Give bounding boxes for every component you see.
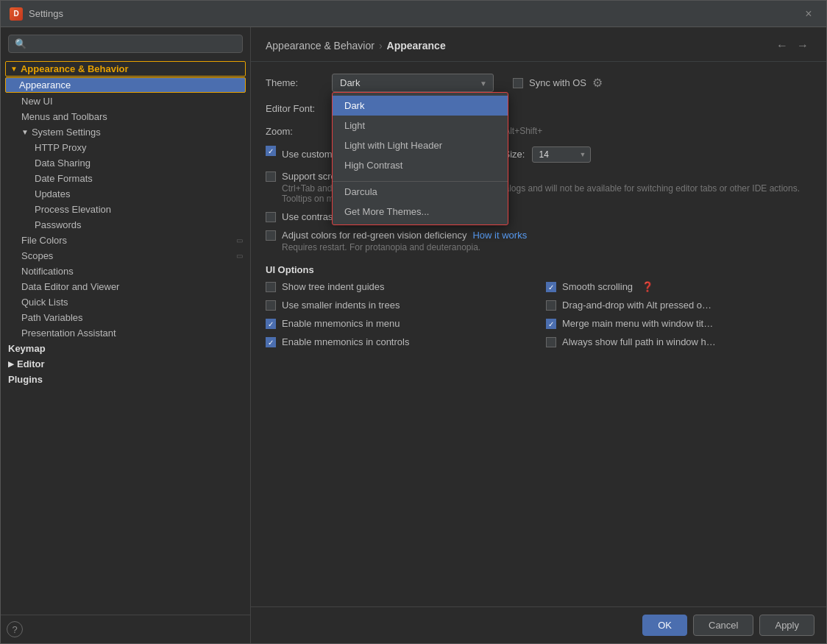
ui-options-right: Smooth scrolling ❓ Drag-and-drop with Al… (546, 281, 812, 355)
sidebar-item-keymap[interactable]: Keymap (1, 341, 250, 356)
sync-with-os-row: Sync with OS ⚙ (513, 76, 603, 90)
sidebar-item-scopes[interactable]: Scopes ▭ (1, 248, 250, 263)
back-button[interactable]: ← (773, 38, 791, 54)
theme-option-dark[interactable]: Dark (333, 96, 508, 116)
theme-row: Theme: Dark ▼ Dark Li (266, 74, 812, 92)
sidebar-item-updates[interactable]: Updates (1, 186, 250, 202)
sidebar-item-http-proxy[interactable]: HTTP Proxy (1, 140, 250, 155)
mnemonics-menu-label: Enable mnemonics in menu (282, 318, 400, 329)
theme-dropdown-container: Dark ▼ Dark Light Light (332, 74, 494, 92)
theme-option-darcula[interactable]: Darcula (333, 181, 508, 202)
sidebar-item-presentation[interactable]: Presentation Assistant (1, 325, 250, 341)
drag-drop-checkbox[interactable] (546, 300, 556, 311)
full-path-label: Always show full path in window h… (562, 336, 716, 347)
sidebar-item-editor[interactable]: ▶ Editor (1, 356, 250, 372)
zoom-label: Zoom: (266, 126, 324, 137)
breadcrumb-current: Appearance (387, 40, 446, 52)
app-icon: D (10, 7, 23, 21)
sidebar-item-data-editor[interactable]: Data Editor and Viewer (1, 279, 250, 294)
sidebar-item-passwords[interactable]: Passwords (1, 217, 250, 233)
theme-option-more[interactable]: Get More Themes... (333, 202, 508, 222)
sync-with-os-checkbox[interactable] (513, 78, 523, 88)
smaller-indent-label: Use smaller indents in trees (282, 300, 400, 311)
color-blindness-link[interactable]: How it works (472, 230, 527, 241)
sidebar-item-plugins[interactable]: Plugins (1, 372, 250, 387)
sync-gear-button[interactable]: ⚙ (592, 76, 603, 90)
sidebar-item-new-ui[interactable]: New UI (1, 93, 250, 109)
theme-label: Theme: (266, 77, 324, 88)
search-icon: 🔍 (15, 38, 26, 49)
sidebar-item-appearance[interactable]: Appearance (5, 77, 246, 93)
nav-arrows: ← → (773, 38, 812, 54)
sidebar-item-appearance-behavior[interactable]: ▼ Appearance & Behavior (5, 61, 246, 77)
sync-with-os-label: Sync with OS (529, 77, 586, 88)
breadcrumb-parent: Appearance & Behavior (266, 40, 375, 52)
full-path-checkbox[interactable] (546, 337, 556, 347)
sidebar-footer: ? (1, 615, 250, 643)
font-size-dropdown[interactable]: 14 ▼ (532, 146, 591, 163)
smooth-scroll-checkbox[interactable] (546, 282, 556, 292)
content-scroll: Theme: Dark ▼ Dark Li (251, 62, 826, 606)
forward-button[interactable]: → (794, 38, 812, 54)
drag-drop-label: Drag-and-drop with Alt pressed o… (562, 300, 711, 311)
sidebar-item-system-settings[interactable]: ▼ System Settings (1, 124, 250, 140)
theme-option-light-header[interactable]: Light with Light Header (333, 135, 508, 155)
help-button[interactable]: ? (7, 621, 23, 637)
theme-option-high-contrast[interactable]: High Contrast (333, 155, 508, 175)
ui-opt-mnemonics-menu: Enable mnemonics in menu (266, 318, 531, 329)
dialog-title: Settings (29, 8, 800, 19)
theme-selected-value: Dark (340, 77, 360, 88)
ui-opt-tree-indent: Show tree indent guides (266, 281, 531, 292)
apply-button[interactable]: Apply (759, 615, 814, 636)
color-blindness-label: Adjust colors for red-green vision defic… (282, 230, 466, 241)
sidebar-item-process-elevation[interactable]: Process Elevation (1, 202, 250, 217)
custom-font-checkbox[interactable] (266, 146, 276, 156)
font-size-value: 14 (539, 149, 548, 160)
sidebar-item-data-sharing[interactable]: Data Sharing (1, 155, 250, 171)
cancel-button[interactable]: Cancel (693, 615, 753, 636)
sidebar-item-path-variables[interactable]: Path Variables (1, 310, 250, 325)
file-colors-icon: ▭ (236, 236, 243, 244)
breadcrumb-sep: › (379, 40, 383, 52)
editor-arrow: ▶ (8, 360, 14, 368)
theme-dropdown-menu: Dark Light Light with Light Header High … (332, 92, 508, 225)
ui-options-left: Show tree indent guides Use smaller inde… (266, 281, 531, 355)
mnemonics-menu-checkbox[interactable] (266, 319, 276, 329)
color-blindness-checkbox[interactable] (266, 230, 276, 241)
sidebar-item-notifications[interactable]: Notifications (1, 263, 250, 279)
ui-opt-smooth-scroll: Smooth scrolling ❓ (546, 281, 812, 292)
contrast-scrollbars-checkbox[interactable] (266, 212, 276, 222)
screen-readers-checkbox[interactable] (266, 171, 276, 182)
search-input[interactable] (29, 38, 236, 49)
ui-opt-full-path: Always show full path in window h… (546, 336, 812, 347)
sidebar-item-file-colors[interactable]: File Colors ▭ (1, 233, 250, 248)
font-size-arrow-icon: ▼ (580, 151, 586, 158)
sidebar-item-menus-toolbars[interactable]: Menus and Toolbars (1, 109, 250, 124)
theme-dropdown[interactable]: Dark ▼ (332, 74, 494, 92)
smaller-indent-checkbox[interactable] (266, 300, 276, 311)
content-header: Appearance & Behavior › Appearance ← → (251, 27, 826, 62)
dropdown-arrow-icon: ▼ (480, 79, 487, 87)
merge-menu-checkbox[interactable] (546, 319, 556, 329)
footer: OK Cancel Apply (251, 606, 826, 643)
color-blindness-label-row: Adjust colors for red-green vision defic… (282, 230, 527, 241)
sidebar-tree: ▼ Appearance & Behavior Appearance New U… (1, 57, 250, 615)
ui-opt-drag-drop: Drag-and-drop with Alt pressed o… (546, 300, 812, 311)
color-blindness-description: Requires restart. For protanopia and deu… (282, 242, 527, 252)
ok-button[interactable]: OK (642, 615, 687, 636)
editor-font-label: Editor Font: (266, 103, 332, 114)
sidebar-item-quick-lists[interactable]: Quick Lists (1, 294, 250, 310)
ui-opt-merge-menu: Merge main menu with window tit… (546, 318, 812, 329)
mnemonics-controls-checkbox[interactable] (266, 337, 276, 347)
sidebar-item-date-formats[interactable]: Date Formats (1, 171, 250, 186)
ui-options-grid: Show tree indent guides Use smaller inde… (266, 281, 812, 355)
tree-indent-checkbox[interactable] (266, 282, 276, 292)
close-button[interactable]: × (800, 5, 817, 23)
color-blindness-row: Adjust colors for red-green vision defic… (266, 230, 812, 252)
smooth-scroll-label: Smooth scrolling (562, 281, 633, 292)
ui-opt-smaller-indent: Use smaller indents in trees (266, 300, 531, 311)
color-blindness-content: Adjust colors for red-green vision defic… (282, 230, 527, 252)
smooth-scroll-help-icon: ❓ (642, 281, 653, 292)
theme-option-light[interactable]: Light (333, 116, 508, 135)
settings-dialog: D Settings × 🔍 ▼ Appearance & Behavior A… (0, 0, 827, 644)
